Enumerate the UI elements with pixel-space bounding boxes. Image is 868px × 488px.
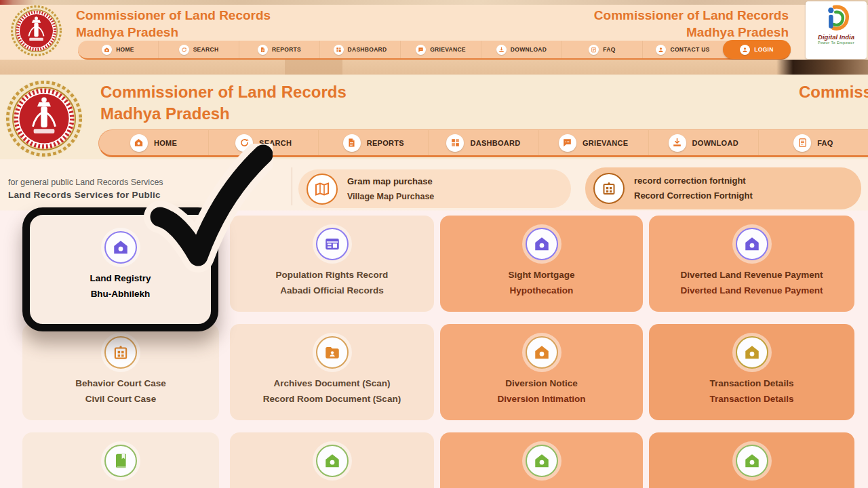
page-title-right-clipped: Commissioner of Land Records xyxy=(799,83,868,102)
notice-board-icon xyxy=(593,173,625,204)
header-divider-band xyxy=(0,60,868,75)
vertical-divider xyxy=(292,167,292,205)
page-title: Commissioner of Land Records Madhya Prad… xyxy=(100,81,347,125)
banner-record-correction-fortnight[interactable]: record correction fortnight Record Corre… xyxy=(585,167,861,209)
home-icon xyxy=(102,45,112,55)
service-card-diverted-land-revenue[interactable]: Diverted Land Revenue Payment Diverted L… xyxy=(649,216,854,312)
dashboard-icon xyxy=(446,134,464,152)
service-card-civil-court-case[interactable]: Behavior Court Case Civil Court Case xyxy=(22,324,219,420)
site-title-line1: Commissioner of Land Records xyxy=(76,7,271,24)
grievance-icon xyxy=(416,45,426,55)
main-nav-bar: HOME SEARCH REPORTS DASHBOARD GRIEVANCE … xyxy=(98,129,868,157)
service-card-hypothecation[interactable]: Sight Mortgage Hypothecation xyxy=(440,216,643,312)
nav-download[interactable]: DOWNLOAD xyxy=(648,130,758,155)
service-card-record-room-document[interactable]: Archives Document (Scan) Record Room Doc… xyxy=(230,324,434,420)
service-card-transaction-details[interactable]: Transaction Details Transaction Details xyxy=(649,324,854,420)
search-icon xyxy=(179,45,189,55)
notice-board-icon xyxy=(104,336,137,369)
top-nav-contact-us[interactable]: CONTACT US xyxy=(642,41,723,58)
faq-icon xyxy=(793,134,811,152)
top-nav-bar: HOME SEARCH REPORTS DASHBOARD GRIEVANCE … xyxy=(78,41,791,60)
nav-search[interactable]: SEARCH xyxy=(208,130,318,155)
folder-icon xyxy=(316,336,349,369)
top-nav-grievance[interactable]: GRIEVANCE xyxy=(400,41,481,58)
nav-grievance[interactable]: GRIEVANCE xyxy=(538,130,648,155)
digital-india-logo: Digital India Power To Empower xyxy=(806,1,867,59)
service-card[interactable] xyxy=(649,432,854,488)
service-card-land-registry[interactable]: Land Registry Bhu-Abhilekh xyxy=(22,207,218,331)
services-section: for general public Land Records Services… xyxy=(0,159,868,488)
home-icon xyxy=(104,231,137,264)
nav-faq[interactable]: FAQ xyxy=(758,130,868,155)
grievance-icon xyxy=(559,134,576,152)
top-header: Commissioner of Land Records Madhya Prad… xyxy=(0,0,868,60)
service-card-aabadi-records[interactable]: Population Rights Record Aabadi Official… xyxy=(230,216,434,312)
top-nav-search[interactable]: SEARCH xyxy=(158,41,239,58)
home-icon xyxy=(526,445,558,477)
top-nav-download[interactable]: DOWNLOAD xyxy=(481,41,561,58)
reports-icon xyxy=(343,134,361,152)
home-icon xyxy=(736,445,768,477)
section-title: Land Records Services for Public xyxy=(8,190,161,200)
top-nav-dashboard[interactable]: DASHBOARD xyxy=(319,41,400,58)
top-nav-reports[interactable]: REPORTS xyxy=(239,41,319,58)
nav-home[interactable]: HOME xyxy=(99,130,208,155)
download-icon xyxy=(669,134,686,152)
map-icon xyxy=(307,174,338,205)
service-card[interactable] xyxy=(22,432,219,488)
banner-village-map-purchase[interactable]: Gram map purchase Village Map Purchase xyxy=(298,169,571,208)
home-icon xyxy=(316,445,349,477)
site-title-line2: Madhya Pradesh xyxy=(76,24,271,41)
nav-dashboard[interactable]: DASHBOARD xyxy=(428,130,538,155)
section-subtitle: for general public Land Records Services xyxy=(8,178,163,187)
login-icon xyxy=(740,45,750,55)
search-icon xyxy=(235,134,253,152)
home-icon xyxy=(526,228,558,260)
top-nav-home[interactable]: HOME xyxy=(78,41,158,58)
service-card-diversion-intimation[interactable]: Diversion Notice Diversion Intimation xyxy=(440,324,643,420)
service-card[interactable] xyxy=(440,432,643,488)
site-title: Commissioner of Land Records Madhya Prad… xyxy=(76,7,271,41)
dashboard-icon xyxy=(334,45,344,55)
download-icon xyxy=(496,45,507,55)
home-icon xyxy=(736,336,768,369)
table-icon xyxy=(316,228,349,260)
top-nav-faq[interactable]: FAQ xyxy=(561,41,642,58)
home-icon xyxy=(130,134,148,152)
top-decorative-strip xyxy=(0,0,868,5)
digital-india-icon xyxy=(822,4,850,33)
main-header: Commissioner of Land Records Madhya Prad… xyxy=(0,75,868,159)
book-icon xyxy=(104,445,137,477)
login-button[interactable]: LOGIN xyxy=(723,40,791,59)
mp-emblem-logo xyxy=(4,79,84,159)
home-icon xyxy=(526,336,558,369)
service-card[interactable] xyxy=(230,432,434,488)
nav-reports[interactable]: REPORTS xyxy=(318,130,428,155)
land-records-portal: Commissioner of Land Records Madhya Prad… xyxy=(0,0,868,488)
mp-emblem-logo xyxy=(9,4,63,58)
contact-icon xyxy=(656,45,666,55)
site-title-right: Commissioner of Land Records Madhya Prad… xyxy=(594,7,789,41)
home-icon xyxy=(736,228,768,260)
reports-icon xyxy=(258,45,268,55)
faq-icon xyxy=(589,45,599,55)
